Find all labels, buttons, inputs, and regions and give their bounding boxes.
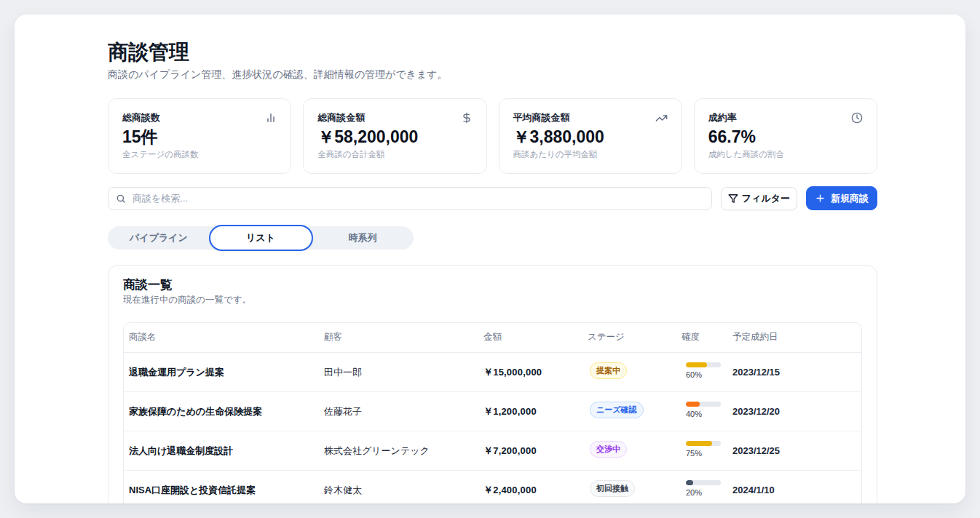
deal-close-date: 2023/12/20 (732, 406, 780, 417)
probability-label: 60% (686, 370, 727, 379)
probability-cell: 20% (686, 480, 727, 497)
deal-name: 法人向け退職金制度設計 (129, 445, 233, 456)
stat-card: 成約率 66.7% 成約した商談の割合 (694, 98, 877, 174)
plus-icon (815, 193, 826, 204)
probability-bar-track (686, 362, 721, 367)
deals-table-wrap: 商談名顧客金額ステージ確度予定成約日 退職金運用プラン提案 田中一郎 ￥15,0… (123, 322, 862, 503)
probability-cell: 75% (686, 441, 727, 458)
deal-customer: 株式会社グリーンテック (324, 445, 430, 456)
stat-description: 全ステージの商談数 (122, 149, 277, 160)
search-input[interactable] (108, 187, 712, 210)
probability-bar-track (686, 441, 721, 446)
stat-value: ￥3,880,000 (513, 127, 668, 147)
deal-amount: ￥1,200,000 (483, 406, 537, 417)
stage-badge: ニーズ確認 (590, 402, 644, 418)
deal-customer: 佐藤花子 (324, 406, 362, 417)
column-header: 確度 (676, 323, 727, 352)
column-header: ステージ (582, 323, 676, 352)
column-header: 商談名 (124, 323, 319, 352)
tab-pipeline[interactable]: パイプライン (108, 226, 210, 250)
stat-card: 総商談数 15件 全ステージの商談数 (108, 98, 291, 174)
deal-amount: ￥15,000,000 (483, 367, 542, 378)
deal-amount: ￥2,400,000 (483, 485, 537, 495)
main-card: 商談管理 商談のパイプライン管理、進捗状況の確認、詳細情報の管理ができます。 総… (15, 15, 965, 503)
probability-bar-fill (686, 441, 712, 446)
stage-badge: 提案中 (590, 362, 627, 379)
stage-badge: 初回接触 (590, 480, 635, 497)
table-row[interactable]: 法人向け退職金制度設計 株式会社グリーンテック ￥7,200,000 交渉中 7… (124, 431, 862, 470)
tab-list[interactable]: リスト (209, 225, 313, 251)
deal-customer: 田中一郎 (324, 367, 362, 378)
clock-icon (851, 112, 863, 124)
trending-up-icon (655, 112, 668, 124)
deal-customer: 鈴木健太 (324, 485, 362, 495)
stat-card: 平均商談金額 ￥3,880,000 商談あたりの平均金額 (499, 98, 682, 174)
stats-row: 総商談数 15件 全ステージの商談数 総商談金額 ￥58,200,000 全商談… (108, 98, 877, 174)
probability-bar-track (686, 480, 721, 485)
new-deal-button[interactable]: 新規商談 (806, 186, 877, 210)
stat-label: 総商談金額 (317, 111, 365, 124)
column-header: 金額 (478, 323, 582, 352)
probability-label: 20% (686, 488, 727, 497)
probability-bar-fill (686, 480, 693, 485)
filter-icon (728, 194, 738, 204)
page-title: 商談管理 (108, 41, 877, 64)
stat-label: 成約率 (708, 111, 737, 124)
probability-bar-fill (686, 362, 707, 367)
bar-chart-icon (265, 112, 277, 124)
deal-close-date: 2024/1/10 (732, 485, 775, 495)
dollar-icon (461, 112, 473, 124)
stat-label: 総商談数 (122, 111, 160, 124)
view-tabs: パイプラインリスト時系列 (108, 226, 414, 250)
deal-amount: ￥7,200,000 (483, 445, 537, 456)
stat-card: 総商談金額 ￥58,200,000 全商談の合計金額 (303, 98, 486, 174)
stat-description: 商談あたりの平均金額 (513, 149, 668, 160)
toolbar: フィルター 新規商談 (108, 186, 877, 210)
probability-bar-track (686, 402, 721, 407)
stat-value: 15件 (122, 127, 277, 147)
column-header: 予定成約日 (727, 323, 862, 352)
deal-name: 家族保障のための生命保険提案 (129, 406, 262, 417)
table-row[interactable]: 退職金運用プラン提案 田中一郎 ￥15,000,000 提案中 60% 2023… (124, 352, 862, 391)
probability-bar-fill (686, 402, 700, 407)
probability-label: 40% (686, 410, 727, 418)
search-box (108, 187, 712, 210)
filter-button-label: フィルター (742, 192, 790, 205)
deal-list-subtitle: 現在進行中の商談の一覧です。 (123, 294, 862, 306)
stat-value: ￥58,200,000 (317, 127, 472, 147)
table-row[interactable]: 家族保障のための生命保険提案 佐藤花子 ￥1,200,000 ニーズ確認 40%… (124, 391, 862, 431)
deal-list-title: 商談一覧 (123, 278, 862, 292)
deals-table: 商談名顧客金額ステージ確度予定成約日 退職金運用プラン提案 田中一郎 ￥15,0… (124, 323, 862, 503)
stat-label: 平均商談金額 (513, 111, 570, 124)
deal-name: 退職金運用プラン提案 (129, 367, 224, 378)
stat-description: 全商談の合計金額 (317, 149, 472, 160)
stage-badge: 交渉中 (590, 441, 627, 458)
stat-value: 66.7% (708, 127, 863, 147)
deal-name: NISA口座開設と投資信託提案 (129, 485, 256, 495)
new-deal-button-label: 新規商談 (831, 192, 869, 205)
table-row[interactable]: NISA口座開設と投資信託提案 鈴木健太 ￥2,400,000 初回接触 20%… (124, 470, 862, 503)
table-header-row: 商談名顧客金額ステージ確度予定成約日 (124, 323, 862, 352)
deal-close-date: 2023/12/15 (732, 367, 780, 378)
deal-list-card: 商談一覧 現在進行中の商談の一覧です。 商談名顧客金額ステージ確度予定成約日 退… (108, 265, 877, 503)
page-background: 商談管理 商談のパイプライン管理、進捗状況の確認、詳細情報の管理ができます。 総… (0, 0, 980, 518)
tab-timeline[interactable]: 時系列 (312, 226, 414, 250)
filter-button[interactable]: フィルター (721, 187, 797, 210)
probability-label: 75% (686, 449, 727, 458)
probability-cell: 40% (686, 402, 727, 418)
deal-close-date: 2023/12/25 (732, 445, 780, 456)
search-icon (116, 194, 126, 204)
page-subtitle: 商談のパイプライン管理、進捗状況の確認、詳細情報の管理ができます。 (108, 67, 877, 81)
probability-cell: 60% (686, 362, 727, 379)
column-header: 顧客 (319, 323, 478, 352)
stat-description: 成約した商談の割合 (708, 149, 863, 160)
